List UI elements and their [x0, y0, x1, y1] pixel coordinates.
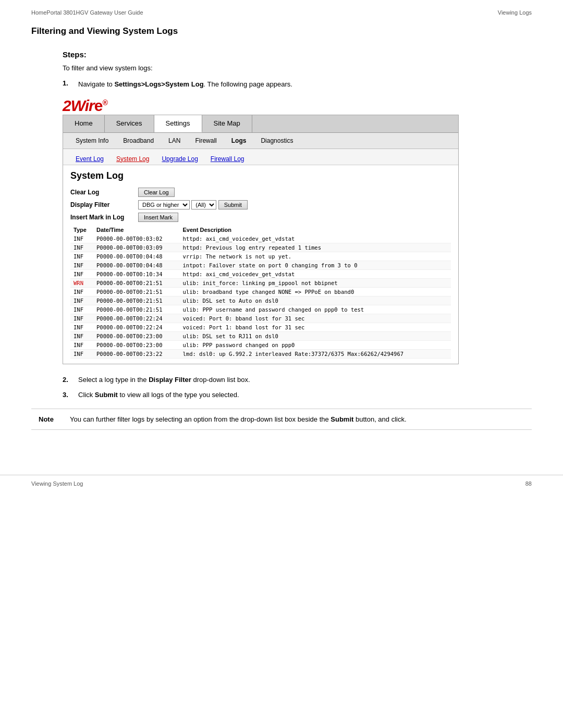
step-3-number: 3.	[63, 390, 78, 400]
main-content: Filtering and Viewing System Logs Steps:…	[0, 21, 563, 454]
footer-left: Viewing System Log	[31, 480, 83, 487]
sub-nav-broadband[interactable]: Broadband	[116, 135, 161, 146]
footer-right: 88	[525, 480, 532, 487]
display-filter-label: Display Filter	[70, 201, 138, 208]
cell-type: INF	[70, 349, 93, 358]
note-bold: Submit	[331, 415, 353, 423]
sub-nav-systeminfo[interactable]: System Info	[68, 135, 116, 146]
sub-nav-firewall[interactable]: Firewall	[188, 135, 224, 146]
cell-datetime: P0000-00-00T00:21:51	[93, 278, 179, 287]
nav-tab-settings[interactable]: Settings	[154, 115, 202, 132]
submit-button[interactable]: Submit	[218, 200, 248, 209]
log-table: Type Date/Time Event Description INFP000…	[70, 225, 451, 359]
insert-mark-button[interactable]: Insert Mark	[138, 213, 178, 222]
clear-log-label: Clear Log	[70, 189, 138, 196]
cell-event: httpd: Previous log entry repeated 1 tim…	[179, 243, 451, 252]
log-tab-firewalllog[interactable]: Firewall Log	[205, 153, 250, 165]
table-row: INFP0000-00-00T00:21:51ulib: broadband t…	[70, 287, 451, 296]
nav-tab-services[interactable]: Services	[105, 115, 154, 132]
page-header: HomePortal 3801HGV Gateway User Guide Vi…	[0, 0, 563, 21]
step-3-bold: Submit	[95, 391, 118, 399]
note-label: Note	[39, 414, 70, 425]
table-row: INFP0000-00-00T00:04:48intpot: Failover …	[70, 261, 451, 269]
table-header-row: Type Date/Time Event Description	[70, 225, 451, 235]
log-table-body: INFP0000-00-00T00:03:02httpd: axi_cmd_vo…	[70, 235, 451, 359]
log-title: System Log	[70, 170, 451, 181]
header-right: Viewing Logs	[498, 9, 532, 16]
cell-type: INF	[70, 305, 93, 314]
cell-event: intpot: Failover state on port 0 changin…	[179, 261, 451, 269]
nav-tab-sitemap[interactable]: Site Map	[202, 115, 252, 132]
cell-event: ulib: broadband type changed NONE => PPP…	[179, 287, 451, 296]
cell-datetime: P0000-00-00T00:23:00	[93, 331, 179, 340]
clear-log-button[interactable]: Clear Log	[138, 188, 175, 197]
filter-dropdown-2[interactable]: (All)	[191, 200, 216, 209]
nav-tab-home[interactable]: Home	[63, 115, 105, 132]
cell-type: INF	[70, 269, 93, 278]
cell-type: INF	[70, 323, 93, 331]
step-1: 1. Navigate to Settings>Logs>System Log.…	[63, 79, 532, 90]
cell-datetime: P0000-00-00T00:21:51	[93, 287, 179, 296]
filter-dropdown[interactable]: DBG or higher	[138, 200, 190, 209]
cell-event: httpd: axi_cmd_voicedev_get_vdstat	[179, 269, 451, 278]
section-title: Filtering and Viewing System Logs	[31, 26, 532, 40]
sub-nav: System Info Broadband LAN Firewall Logs …	[63, 133, 458, 149]
cell-type: INF	[70, 296, 93, 305]
cell-datetime: P0000-00-00T00:21:51	[93, 305, 179, 314]
log-tab-upgradelog[interactable]: Upgrade Log	[156, 153, 203, 165]
twowire-logo: 2Wire®	[63, 97, 532, 115]
cell-event: ulib: PPP username and password changed …	[179, 305, 451, 314]
cell-datetime: P0000-00-00T00:23:22	[93, 349, 179, 358]
cell-datetime: P0000-00-00T00:10:34	[93, 269, 179, 278]
table-row: INFP0000-00-00T00:23:00ulib: PPP passwor…	[70, 340, 451, 349]
cell-type: INF	[70, 261, 93, 269]
col-event: Event Description	[179, 225, 451, 235]
cell-event: voiced: Port 1: bband lost for 31 sec	[179, 323, 451, 331]
sub-nav-logs[interactable]: Logs	[224, 135, 254, 146]
cell-event: ulib: DSL set to Auto on dsl0	[179, 296, 451, 305]
display-filter-row: Display Filter DBG or higher (All) Submi…	[70, 200, 451, 209]
sub-nav-diagnostics[interactable]: Diagnostics	[253, 135, 300, 146]
table-row: INFP0000-00-00T00:23:00ulib: DSL set to …	[70, 331, 451, 340]
table-row: INFP0000-00-00T00:21:51ulib: DSL set to …	[70, 296, 451, 305]
table-row: INFP0000-00-00T00:23:22lmd: dsl0: up G.9…	[70, 349, 451, 358]
cell-type: WRN	[70, 278, 93, 287]
cell-event: ulib: DSL set to RJ11 on dsl0	[179, 331, 451, 340]
insert-mark-row: Insert Mark in Log Insert Mark	[70, 213, 451, 222]
cell-event: httpd: axi_cmd_voicedev_get_vdstat	[179, 235, 451, 243]
col-type: Type	[70, 225, 93, 235]
table-row: WRNP0000-00-00T00:21:51ulib: init_force:…	[70, 278, 451, 287]
note-text: You can further filter logs by selecting…	[70, 414, 524, 425]
intro-text: To filter and view system logs:	[63, 64, 532, 72]
table-row: INFP0000-00-00T00:22:24voiced: Port 0: b…	[70, 314, 451, 323]
table-row: INFP0000-00-00T00:22:24voiced: Port 1: b…	[70, 323, 451, 331]
col-datetime: Date/Time	[93, 225, 179, 235]
logo-text: 2Wire®	[63, 97, 107, 115]
note-box: Note You can further filter logs by sele…	[31, 409, 532, 430]
cell-datetime: P0000-00-00T00:22:24	[93, 314, 179, 323]
page-footer: Viewing System Log 88	[0, 475, 563, 492]
step-3-text: Click Submit to view all logs of the typ…	[78, 390, 239, 400]
table-row: INFP0000-00-00T00:03:09httpd: Previous l…	[70, 243, 451, 252]
insert-mark-label: Insert Mark in Log	[70, 214, 138, 221]
cell-datetime: P0000-00-00T00:03:09	[93, 243, 179, 252]
cell-type: INF	[70, 235, 93, 243]
step-2: 2. Select a log type in the Display Filt…	[63, 375, 532, 385]
cell-event: vrrip: The network is not up yet.	[179, 252, 451, 261]
sub-nav-lan[interactable]: LAN	[161, 135, 188, 146]
header-left: HomePortal 3801HGV Gateway User Guide	[31, 9, 143, 16]
log-tab-eventlog[interactable]: Event Log	[70, 153, 109, 165]
cell-datetime: P0000-00-00T00:21:51	[93, 296, 179, 305]
cell-datetime: P0000-00-00T00:03:02	[93, 235, 179, 243]
step-2-bold: Display Filter	[149, 376, 191, 384]
router-ui: Home Services Settings Site Map System I…	[63, 115, 459, 364]
step-2-text: Select a log type in the Display Filter …	[78, 375, 250, 385]
cell-event: ulib: PPP password changed on ppp0	[179, 340, 451, 349]
steps-heading: Steps:	[63, 50, 532, 59]
clear-log-row: Clear Log Clear Log	[70, 188, 451, 197]
step-2-number: 2.	[63, 375, 78, 385]
log-tab-systemlog[interactable]: System Log	[111, 153, 154, 165]
main-nav: Home Services Settings Site Map	[63, 115, 458, 133]
table-row: INFP0000-00-00T00:04:48vrrip: The networ…	[70, 252, 451, 261]
cell-datetime: P0000-00-00T00:22:24	[93, 323, 179, 331]
